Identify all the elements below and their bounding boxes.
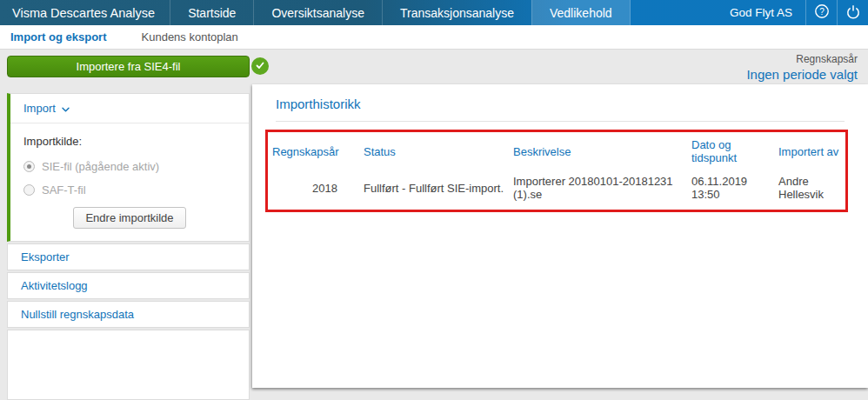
import-sie4-button[interactable]: Importere fra SIE4-fil	[7, 56, 250, 77]
main-panel: Importhistorikk Regnskapsår Status Beskr…	[252, 84, 868, 388]
change-import-source-button[interactable]: Endre importkilde	[73, 207, 185, 229]
import-source-label: Importkilde:	[23, 135, 236, 148]
check-icon	[255, 58, 265, 74]
import-success-badge	[251, 57, 269, 75]
app-brand: Visma Descartes Analyse	[0, 0, 170, 25]
sub-navbar: Import og eksport Kundens kontoplan	[0, 25, 868, 50]
cell-dato-og-tidspunkt: 06.11.2019 13:50	[691, 167, 778, 210]
period-selector: Regnskapsår Ingen periode valgt	[746, 53, 858, 83]
topnav-right: God Flyt AS ?	[717, 0, 868, 25]
cell-importert-av: Andre Hellesvik	[778, 167, 845, 210]
col-header-regnskapsar[interactable]: Regnskapsår	[268, 132, 364, 167]
help-button[interactable]: ?	[805, 0, 837, 25]
help-icon: ?	[814, 3, 830, 23]
radio-button-icon	[23, 161, 35, 172]
cell-regnskapsar: 2018	[268, 167, 364, 210]
sidebar-item-eksporter[interactable]: Eksporter	[7, 243, 250, 270]
import-history-highlight: Regnskapsår Status Beskrivelse Dato og t…	[265, 130, 848, 212]
cell-beskrivelse: Importerer 20180101-20181231 (1).se	[513, 167, 691, 210]
sidebar: Import Importkilde: SIE-fil (pågående ak…	[7, 93, 250, 400]
radio-button-icon	[23, 184, 35, 196]
col-header-status[interactable]: Status	[364, 132, 513, 167]
sidebar-empty-panel	[7, 330, 250, 400]
table-header-row: Regnskapsår Status Beskrivelse Dato og t…	[268, 132, 845, 167]
import-section-body: Importkilde: SIE-fil (pågående aktiv) SA…	[10, 123, 249, 241]
subtab-import-og-eksport[interactable]: Import og eksport	[10, 30, 107, 43]
sidebar-item-nullstill-regnskapsdata[interactable]: Nullstill regnskapsdata	[7, 301, 250, 328]
tab-vedlikehold[interactable]: Vedlikehold	[531, 0, 631, 25]
tab-oversiktsanalyse[interactable]: Oversiktsanalyse	[253, 0, 382, 25]
sidebar-item-aktivitetslogg[interactable]: Aktivitetslogg	[7, 272, 250, 299]
logout-button[interactable]	[837, 0, 868, 25]
title-divider	[276, 121, 845, 122]
col-header-beskrivelse[interactable]: Beskrivelse	[513, 132, 691, 167]
subtab-kundens-kontoplan[interactable]: Kundens kontoplan	[142, 30, 238, 43]
import-section-label: Import	[23, 102, 56, 115]
top-navbar: Visma Descartes Analyse Startside Oversi…	[0, 0, 868, 25]
period-value-link[interactable]: Ingen periode valgt	[746, 66, 858, 83]
page-title: Importhistorikk	[252, 84, 868, 111]
radio-saf-t-fil[interactable]: SAF-T-fil	[23, 183, 236, 197]
radio-saf-t-fil-label: SAF-T-fil	[42, 183, 86, 197]
col-header-dato-og-tidspunkt[interactable]: Dato og tidspunkt	[691, 132, 778, 167]
table-row[interactable]: 2018 Fullført - Fullført SIE-import. Imp…	[268, 167, 845, 210]
tab-startside[interactable]: Startside	[170, 0, 253, 25]
radio-sie-fil[interactable]: SIE-fil (pågående aktiv)	[23, 160, 236, 173]
sidebar-item-import[interactable]: Import	[10, 94, 249, 123]
radio-sie-fil-label: SIE-fil (pågående aktiv)	[42, 160, 159, 173]
col-header-importert-av[interactable]: Importert av	[778, 132, 845, 167]
import-history-table: Regnskapsår Status Beskrivelse Dato og t…	[268, 132, 845, 210]
chevron-down-icon	[62, 102, 70, 115]
svg-text:?: ?	[819, 6, 825, 16]
cell-status: Fullført - Fullført SIE-import.	[364, 167, 513, 210]
power-icon	[845, 3, 861, 23]
tab-transaksjonsanalyse[interactable]: Transaksjonsanalyse	[382, 0, 531, 25]
sidebar-section-import: Import Importkilde: SIE-fil (pågående ak…	[7, 93, 250, 242]
company-name[interactable]: God Flyt AS	[717, 0, 805, 25]
fiscal-year-label: Regnskapsår	[746, 53, 858, 66]
